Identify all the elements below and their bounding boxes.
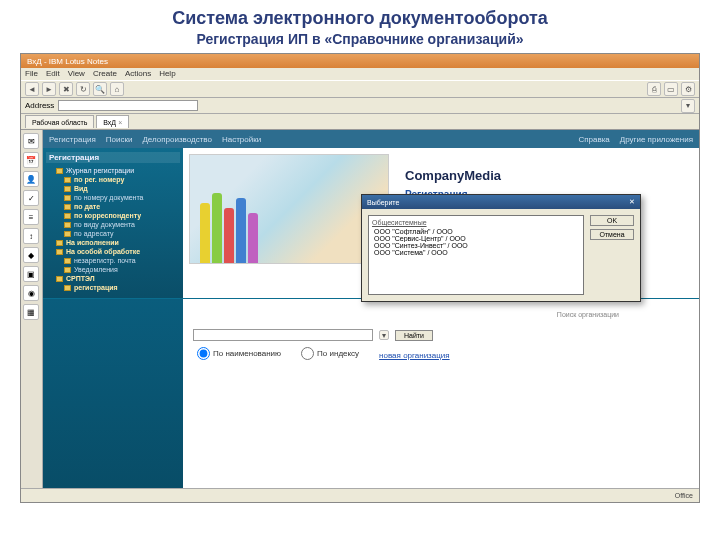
- refresh-icon[interactable]: ↻: [76, 82, 90, 96]
- statusbar: Office: [21, 488, 699, 502]
- folder-icon[interactable]: ▭: [664, 82, 678, 96]
- nav-tree: Журнал регистрациипо рег. номеруВидпо но…: [46, 166, 180, 292]
- sidebar-item-label: Вид: [74, 185, 88, 192]
- sidebar-item[interactable]: СРПТЭЛ: [46, 274, 180, 283]
- tab-vhd-label: ВхД: [103, 119, 116, 126]
- folder-icon: [64, 204, 71, 210]
- sidebar-item[interactable]: Журнал регистрации: [46, 166, 180, 175]
- sidebar-item-label: по корреспонденту: [74, 212, 141, 219]
- tab-vhd[interactable]: ВхД ×: [96, 115, 129, 128]
- sidebar-item[interactable]: На особой обработке: [46, 247, 180, 256]
- banner-image: [189, 154, 389, 264]
- radio-by-name-input[interactable]: [197, 347, 210, 360]
- folder-icon: [64, 258, 71, 264]
- dialog-cancel-button[interactable]: Отмена: [590, 229, 634, 240]
- list-item[interactable]: ООО "Система" / ООО: [372, 249, 580, 256]
- menu-view[interactable]: View: [68, 69, 85, 79]
- menu-file[interactable]: File: [25, 69, 38, 79]
- folder-icon: [64, 195, 71, 201]
- sidebar-item[interactable]: регистрация: [46, 283, 180, 292]
- strip-app2-icon[interactable]: ▣: [23, 266, 39, 282]
- print-icon[interactable]: ⎙: [647, 82, 661, 96]
- chevron-down-icon[interactable]: ▾: [379, 330, 389, 340]
- dialog-ok-button[interactable]: OK: [590, 215, 634, 226]
- content-lower: Поиск организации ▾ Найти По наименовани…: [43, 298, 699, 498]
- sidebar-item[interactable]: На исполнении: [46, 238, 180, 247]
- sidebar-item[interactable]: по корреспонденту: [46, 211, 180, 220]
- folder-icon: [64, 186, 71, 192]
- strip-app1-icon[interactable]: ◆: [23, 247, 39, 263]
- close-icon[interactable]: ×: [118, 119, 122, 126]
- nav-fwd-icon[interactable]: ►: [42, 82, 56, 96]
- menu-actions[interactable]: Actions: [125, 69, 151, 79]
- window-titlebar: ВхД - IBM Lotus Notes: [21, 54, 699, 68]
- strip-todo-icon[interactable]: ✓: [23, 190, 39, 206]
- radio-by-index[interactable]: По индексу: [301, 347, 359, 360]
- folder-icon: [64, 177, 71, 183]
- dropdown-icon[interactable]: ▾: [681, 99, 695, 113]
- tab-workspace[interactable]: Рабочая область: [25, 115, 94, 128]
- main-area: Регистрация Поиски Делопроизводство Наст…: [43, 130, 699, 502]
- folder-icon: [64, 231, 71, 237]
- strip-app4-icon[interactable]: ▦: [23, 304, 39, 320]
- search-panel: Поиск организации ▾ Найти По наименовани…: [183, 299, 699, 498]
- brand-name: CompanyMedia: [405, 168, 501, 183]
- sidebar-item[interactable]: по дате: [46, 202, 180, 211]
- dialog-close-icon[interactable]: ✕: [629, 198, 635, 206]
- slide-title: Система электронного документооборота: [0, 0, 720, 31]
- list-item[interactable]: ООО "Софтлайн" / ООО: [372, 228, 580, 235]
- strip-contacts-icon[interactable]: 👤: [23, 171, 39, 187]
- sidebar-item[interactable]: по рег. номеру: [46, 175, 180, 184]
- strip-calendar-icon[interactable]: 📅: [23, 152, 39, 168]
- strip-app3-icon[interactable]: ◉: [23, 285, 39, 301]
- listbox-group-label: Общесистемные: [372, 219, 580, 226]
- radio-by-index-input[interactable]: [301, 347, 314, 360]
- sidebar-item-label: по виду документа: [74, 221, 135, 228]
- menu-create[interactable]: Create: [93, 69, 117, 79]
- sidebar-item[interactable]: по виду документа: [46, 220, 180, 229]
- folder-icon: [56, 240, 63, 246]
- toolbar-main: ◄ ► ✖ ↻ 🔍 ⌂ ⎙ ▭ ⚙: [21, 80, 699, 98]
- nav-settings[interactable]: Настройки: [222, 135, 261, 144]
- strip-replicator-icon[interactable]: ↕: [23, 228, 39, 244]
- strip-mail-icon[interactable]: ✉: [23, 133, 39, 149]
- nav-search[interactable]: Поиски: [106, 135, 133, 144]
- sidebar-item[interactable]: Вид: [46, 184, 180, 193]
- menubar: File Edit View Create Actions Help: [21, 68, 699, 80]
- menu-help[interactable]: Help: [159, 69, 175, 79]
- address-label: Address: [25, 101, 54, 110]
- nav-clerical[interactable]: Делопроизводство: [142, 135, 212, 144]
- folder-icon: [64, 267, 71, 273]
- dialog-titlebar: Выберите ✕: [362, 195, 640, 209]
- list-item[interactable]: ООО "Сервис-Центр" / ООО: [372, 235, 580, 242]
- sidebar-item[interactable]: по номеру документа: [46, 193, 180, 202]
- sidebar-item[interactable]: по адресату: [46, 229, 180, 238]
- app-window: ВхД - IBM Lotus Notes File Edit View Cre…: [20, 53, 700, 503]
- bookmark-strip: ✉ 📅 👤 ✓ ≡ ↕ ◆ ▣ ◉ ▦: [21, 130, 43, 502]
- stop-icon[interactable]: ✖: [59, 82, 73, 96]
- sidebar-item[interactable]: Уведомления: [46, 265, 180, 274]
- org-search-input[interactable]: [193, 329, 373, 341]
- org-listbox[interactable]: Общесистемные ООО "Софтлайн" / ООО ООО "…: [368, 215, 584, 295]
- address-input[interactable]: [58, 100, 198, 111]
- strip-db-icon[interactable]: ≡: [23, 209, 39, 225]
- select-dialog: Выберите ✕ Общесистемные ООО "Софтлайн" …: [361, 194, 641, 302]
- home-icon[interactable]: ⌂: [110, 82, 124, 96]
- sidebar-item-label: На исполнении: [66, 239, 119, 246]
- list-item[interactable]: ООО "Синтез-Инвест" / ООО: [372, 242, 580, 249]
- gear-icon[interactable]: ⚙: [681, 82, 695, 96]
- search-button[interactable]: Найти: [395, 330, 433, 341]
- new-org-link[interactable]: новая организация: [379, 351, 450, 360]
- sidebar-item[interactable]: незарегистр. почта: [46, 256, 180, 265]
- nav-help[interactable]: Справка: [578, 135, 609, 144]
- menu-edit[interactable]: Edit: [46, 69, 60, 79]
- nav-other-apps[interactable]: Другие приложения: [620, 135, 693, 144]
- sidebar-item-label: незарегистр. почта: [74, 257, 136, 264]
- radio-by-name[interactable]: По наименованию: [197, 347, 281, 360]
- search-icon[interactable]: 🔍: [93, 82, 107, 96]
- radio-by-name-label: По наименованию: [213, 349, 281, 358]
- nav-back-icon[interactable]: ◄: [25, 82, 39, 96]
- nav-registration[interactable]: Регистрация: [49, 135, 96, 144]
- sidebar-item-label: по адресату: [74, 230, 113, 237]
- folder-icon: [64, 285, 71, 291]
